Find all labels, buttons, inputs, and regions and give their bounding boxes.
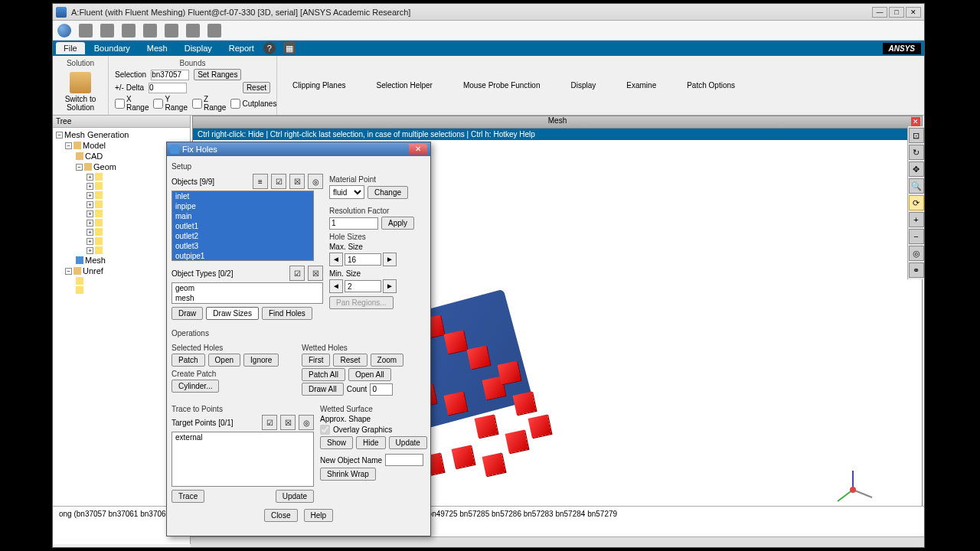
dialog-close-button[interactable]: ✕: [409, 144, 427, 155]
xrange-checkbox[interactable]: X Range: [115, 95, 149, 112]
examine-button[interactable]: Examine: [611, 56, 671, 115]
resolution-input[interactable]: [329, 217, 378, 230]
open-button[interactable]: Open: [208, 354, 240, 367]
switch-to-solution-button[interactable]: Switch to Solution: [59, 69, 102, 115]
tree-mesh[interactable]: Mesh: [85, 256, 106, 265]
hide-button[interactable]: Hide: [356, 436, 386, 449]
help-icon[interactable]: ?: [263, 42, 276, 54]
fit-view-icon[interactable]: ⊡: [909, 128, 924, 143]
deselect-icon[interactable]: ☒: [289, 174, 305, 189]
hole-marker[interactable]: [444, 392, 468, 416]
trace-button[interactable]: Trace: [172, 490, 204, 503]
set-ranges-button[interactable]: Set Ranges: [194, 69, 241, 80]
target-icon[interactable]: ◎: [308, 174, 323, 189]
list-filter-icon[interactable]: ≡: [253, 174, 268, 189]
display-button[interactable]: Display: [556, 56, 612, 115]
selection-helper-button[interactable]: Selection Helper: [361, 56, 448, 115]
dialog-titlebar[interactable]: Fix Holes ✕: [167, 142, 430, 156]
hole-marker[interactable]: [444, 331, 468, 354]
toolbar-button-7[interactable]: [207, 24, 221, 37]
toolbar-button-1[interactable]: [79, 24, 93, 37]
patch-all-button[interactable]: Patch All: [302, 368, 345, 381]
apply-button[interactable]: Apply: [381, 217, 414, 230]
target-deselect-icon[interactable]: ☒: [280, 415, 296, 430]
max-size-input[interactable]: [345, 253, 381, 266]
min-size-input[interactable]: [345, 280, 381, 292]
maximize-button[interactable]: □: [889, 7, 904, 18]
reset-bounds-button[interactable]: Reset: [243, 82, 270, 93]
objects-listbox[interactable]: inlet inpipe main outlet1 outlet2 outlet…: [172, 191, 314, 261]
expand-icon[interactable]: −: [56, 132, 63, 139]
target-points-listbox[interactable]: external: [172, 432, 314, 487]
horizontal-scrollbar[interactable]: [191, 536, 924, 547]
new-obj-input[interactable]: [385, 454, 423, 466]
hole-marker[interactable]: [482, 453, 506, 477]
model-sphere-icon[interactable]: [57, 24, 71, 37]
tree-cad[interactable]: CAD: [85, 152, 103, 161]
toolbar-button-6[interactable]: [186, 24, 200, 37]
view-icon[interactable]: ◎: [909, 246, 924, 261]
hole-marker[interactable]: [513, 392, 537, 416]
layout-icon[interactable]: ▦: [283, 42, 296, 54]
toolbar-button-4[interactable]: [143, 24, 157, 37]
update-button[interactable]: Update: [276, 490, 314, 503]
viewport-close-button[interactable]: ✕: [911, 117, 920, 126]
patch-options-button[interactable]: Patch Options: [671, 56, 750, 115]
yrange-checkbox[interactable]: Y Range: [153, 95, 187, 112]
overlay-graphics-checkbox[interactable]: Overlay Graphics: [320, 425, 427, 435]
min-size-decrement[interactable]: ◄: [329, 279, 343, 293]
reset-button[interactable]: Reset: [333, 354, 367, 367]
zoom-icon[interactable]: 🔍: [909, 178, 924, 194]
tree-model[interactable]: Model: [83, 141, 106, 150]
max-size-increment[interactable]: ►: [383, 253, 397, 266]
zrange-checkbox[interactable]: Z Range: [192, 95, 226, 112]
target-pick-icon[interactable]: ◎: [299, 415, 314, 430]
mouse-probe-button[interactable]: Mouse Probe Function: [448, 56, 556, 115]
tab-boundary[interactable]: Boundary: [87, 42, 138, 54]
open-all-button[interactable]: Open All: [348, 368, 391, 381]
close-window-button[interactable]: ✕: [906, 7, 921, 18]
ignore-button[interactable]: Ignore: [243, 354, 279, 367]
refresh-icon[interactable]: ⟳: [909, 195, 924, 210]
max-size-decrement[interactable]: ◄: [329, 253, 343, 266]
find-holes-button[interactable]: Find Holes: [262, 307, 312, 320]
toolbar-button-5[interactable]: [165, 24, 178, 37]
toolbar-button-3[interactable]: [122, 24, 136, 37]
tab-file[interactable]: File: [56, 42, 85, 54]
hole-marker[interactable]: [467, 346, 491, 370]
types-select-icon[interactable]: ☑: [289, 266, 305, 281]
zoom-out-icon[interactable]: −: [909, 229, 924, 244]
change-button[interactable]: Change: [368, 186, 408, 199]
rotate-icon[interactable]: ↻: [909, 145, 924, 160]
hole-marker[interactable]: [475, 415, 498, 439]
toolbar-button-2[interactable]: [100, 24, 114, 37]
close-button[interactable]: Close: [264, 509, 298, 522]
target-select-icon[interactable]: ☑: [262, 415, 277, 430]
tree-root[interactable]: Mesh Generation: [64, 130, 129, 139]
hole-marker[interactable]: [528, 415, 552, 439]
tree-geom[interactable]: Geom: [93, 162, 116, 171]
cylinder-button[interactable]: Cylinder...: [172, 380, 219, 393]
hole-marker[interactable]: [505, 430, 529, 454]
min-size-increment[interactable]: ►: [383, 279, 397, 293]
draw-button[interactable]: Draw: [172, 307, 203, 320]
pan-icon[interactable]: ✥: [909, 161, 924, 177]
shrink-wrap-button[interactable]: Shrink Wrap: [320, 468, 376, 481]
hole-marker[interactable]: [498, 361, 521, 385]
material-point-select[interactable]: fluid: [329, 185, 364, 199]
pan-regions-button[interactable]: Pan Regions...: [329, 296, 394, 309]
cutplanes-checkbox[interactable]: Cutplanes: [230, 99, 276, 109]
count-input[interactable]: [370, 383, 393, 396]
draw-sizes-button[interactable]: Draw Sizes: [206, 307, 259, 320]
tab-report[interactable]: Report: [221, 42, 262, 54]
first-button[interactable]: First: [302, 354, 330, 367]
show-button[interactable]: Show: [320, 436, 353, 449]
selection-input[interactable]: [151, 70, 189, 80]
update2-button[interactable]: Update: [389, 436, 427, 449]
types-deselect-icon[interactable]: ☒: [308, 266, 323, 281]
clipping-planes-button[interactable]: Clipping Planes: [277, 56, 361, 115]
zoom-in-icon[interactable]: +: [909, 212, 924, 227]
tree-unref[interactable]: Unref: [83, 266, 103, 276]
help-button[interactable]: Help: [304, 509, 334, 522]
tab-display[interactable]: Display: [177, 42, 220, 54]
